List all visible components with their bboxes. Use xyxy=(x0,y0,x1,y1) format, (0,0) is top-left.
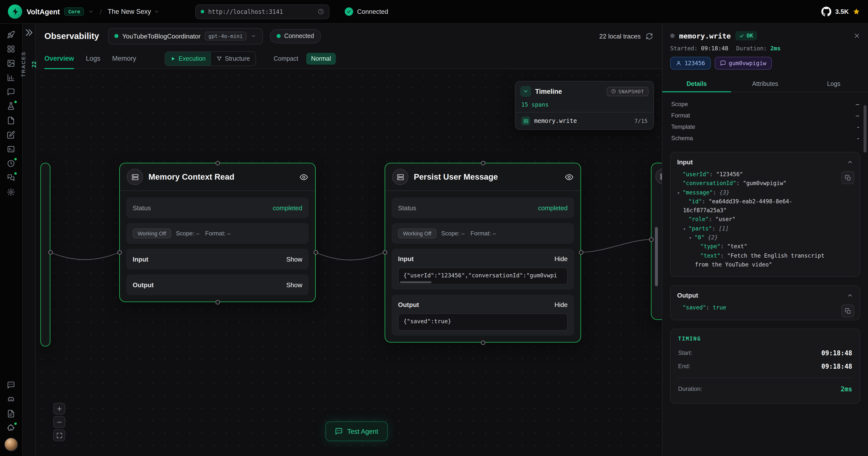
density-normal[interactable]: Normal xyxy=(306,53,336,64)
test-agent-button[interactable]: Test Agent xyxy=(326,422,388,441)
node-input-content[interactable]: {"userId":"123456","conversationId":"gum… xyxy=(398,267,568,285)
zoom-in-button[interactable] xyxy=(53,403,65,415)
voltagent-logo[interactable] xyxy=(8,4,22,19)
memory-span-icon xyxy=(521,116,530,125)
flow-node-clipped-left[interactable] xyxy=(40,163,50,346)
close-icon[interactable] xyxy=(854,33,860,39)
project-selector[interactable]: The New Sexy xyxy=(108,8,159,15)
tab-overview[interactable]: Overview xyxy=(44,48,74,68)
connection-handle[interactable] xyxy=(649,237,653,242)
node-output-content[interactable]: {"saved":true} xyxy=(398,313,568,331)
feedback-icon[interactable] xyxy=(0,171,23,185)
integrations-icon[interactable] xyxy=(0,421,23,435)
eye-icon[interactable] xyxy=(565,172,574,181)
span-detail-panel: memory.write OK Started: 09:18:48 Durati… xyxy=(662,24,868,456)
tab-logs[interactable]: Logs xyxy=(800,76,868,92)
collapse-toggle-icon[interactable]: ▾ xyxy=(683,226,688,233)
node-input-row: Input Hide {"userId":"123456","conversat… xyxy=(392,249,574,290)
chat-icon[interactable] xyxy=(0,85,23,99)
output-card-header[interactable]: Output xyxy=(671,286,860,303)
json-line[interactable]: ▾"0" {2} xyxy=(677,233,853,243)
server-url-pill[interactable]: http://localhost:3141 xyxy=(195,4,330,19)
edit-icon[interactable] xyxy=(0,128,23,142)
connection-handle[interactable] xyxy=(117,250,122,255)
eye-icon[interactable] xyxy=(299,172,308,181)
connection-handle[interactable] xyxy=(382,250,387,255)
terminal-icon[interactable] xyxy=(0,142,23,156)
density-compact[interactable]: Compact xyxy=(269,53,303,64)
grid-icon[interactable] xyxy=(0,42,23,56)
fit-view-button[interactable] xyxy=(53,429,65,441)
file-icon[interactable] xyxy=(0,114,23,128)
flow-node-persist-user-message[interactable]: Persist User Message Status completed Wo… xyxy=(385,163,581,342)
history-clock-icon[interactable] xyxy=(318,8,324,15)
timeline-panel: Timeline SNAPSHOT 15 spans memory.write … xyxy=(515,81,654,130)
tab-memory[interactable]: Memory xyxy=(112,48,136,68)
connection-handle[interactable] xyxy=(215,300,220,304)
traces-rail-label[interactable]: TRACES 22 xyxy=(20,51,37,77)
chevron-down-icon[interactable] xyxy=(89,9,94,14)
sidebar-bottom-group xyxy=(0,378,23,435)
copy-button[interactable] xyxy=(841,305,854,318)
connection-handle[interactable] xyxy=(480,340,485,345)
json-line: "role": "user" xyxy=(677,216,853,225)
github-stars[interactable]: 3.5K xyxy=(835,8,849,15)
user-avatar[interactable] xyxy=(4,438,18,451)
hide-output-button[interactable]: Hide xyxy=(555,301,568,308)
connection-handle[interactable] xyxy=(480,161,485,165)
flow-canvas[interactable]: Memory Context Read Status completed Wor… xyxy=(35,69,662,456)
status-badge: OK xyxy=(735,31,757,40)
discord-icon[interactable] xyxy=(0,392,23,407)
hide-input-button[interactable]: Hide xyxy=(555,255,568,262)
horizontal-scrollbar[interactable] xyxy=(400,281,432,283)
json-line[interactable]: ▾"message": {3} xyxy=(677,188,853,197)
star-icon[interactable] xyxy=(853,8,860,15)
zoom-out-button[interactable] xyxy=(53,416,65,428)
docs-icon[interactable] xyxy=(0,407,23,421)
collapse-toggle-icon[interactable]: ▾ xyxy=(689,234,694,241)
chart-icon[interactable] xyxy=(0,70,23,85)
timing-end-row: End: 09:18:48 xyxy=(678,360,852,373)
json-line[interactable]: ▾"parts": [1] xyxy=(677,225,853,234)
input-card-header[interactable]: Input xyxy=(671,152,860,169)
history-icon[interactable] xyxy=(0,156,23,171)
connection-handle[interactable] xyxy=(313,250,318,255)
status-value: completed xyxy=(538,204,568,211)
github-icon[interactable] xyxy=(821,6,831,17)
traces-count: 22 xyxy=(31,61,37,67)
collapse-toggle-icon[interactable]: ▾ xyxy=(677,189,683,196)
toggle-execution[interactable]: Execution xyxy=(165,52,211,65)
vertical-scrollbar[interactable] xyxy=(655,227,658,286)
tab-attributes[interactable]: Attributes xyxy=(731,76,800,92)
show-input-button[interactable]: Show xyxy=(286,255,302,263)
expand-traces-icon[interactable] xyxy=(24,28,34,37)
show-output-button[interactable]: Show xyxy=(286,281,302,288)
detail-header: memory.write OK xyxy=(662,24,868,45)
connection-handle[interactable] xyxy=(48,250,53,255)
node-output-row: Output Show xyxy=(126,275,309,295)
node-output-row: Output Hide {"saved":true} xyxy=(392,295,574,336)
toggle-structure[interactable]: Structure xyxy=(211,52,255,65)
flow-node-memory-context-read[interactable]: Memory Context Read Status completed Wor… xyxy=(119,163,316,302)
tab-logs[interactable]: Logs xyxy=(86,48,100,68)
property-row: Schema- xyxy=(670,132,860,144)
copy-button[interactable] xyxy=(841,171,854,184)
gallery-icon[interactable] xyxy=(0,56,23,70)
conversation-id-chip[interactable]: gum0vwpigiw xyxy=(714,57,772,69)
flask-icon[interactable] xyxy=(0,99,23,114)
support-chat-icon[interactable] xyxy=(0,378,23,392)
rocket-icon[interactable] xyxy=(0,28,23,42)
refresh-icon[interactable] xyxy=(646,32,653,40)
core-badge: Core xyxy=(64,7,84,16)
timeline-span-row[interactable]: memory.write 7/15 xyxy=(516,112,653,129)
timeline-collapse-button[interactable] xyxy=(520,86,531,97)
detail-scroll-area[interactable]: Scope– Format– Template- Schema- Input "… xyxy=(662,92,868,456)
vertical-scrollbar[interactable] xyxy=(864,105,867,152)
settings-icon[interactable] xyxy=(0,185,23,199)
user-id-chip[interactable]: 123456 xyxy=(670,57,710,69)
connection-handle[interactable] xyxy=(215,161,220,165)
connection-handle[interactable] xyxy=(579,250,583,255)
agent-selector[interactable]: YouTubeToBlogCoordinator gpt-4o-mini xyxy=(108,28,263,44)
tab-details[interactable]: Details xyxy=(662,76,731,92)
snapshot-button[interactable]: SNAPSHOT xyxy=(607,87,649,96)
